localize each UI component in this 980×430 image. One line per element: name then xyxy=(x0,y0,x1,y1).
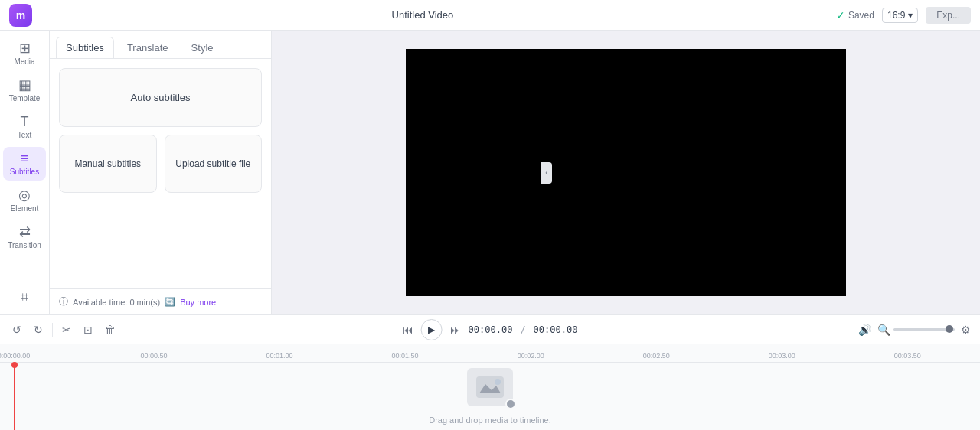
auto-subtitles-card[interactable]: Auto subtitles xyxy=(59,68,262,127)
split-button[interactable]: ⊡ xyxy=(80,322,96,337)
undo-button[interactable]: ↺ xyxy=(9,322,24,337)
skip-back-button[interactable]: ⏮ xyxy=(403,324,413,336)
ratio-label: 16:9 xyxy=(887,10,905,21)
timeline-ruler: 0:00:00.00 00:00.50 00:01.00 00:01.50 00… xyxy=(0,344,980,363)
panel-tabs: Subtitles Translate Style xyxy=(50,31,271,59)
template-icon: ▦ xyxy=(18,78,31,92)
ratio-chevron-icon: ▾ xyxy=(908,10,913,21)
sidebar-label-template: Template xyxy=(9,94,41,103)
saved-label: Saved xyxy=(848,10,874,21)
sidebar-label-element: Element xyxy=(11,204,39,213)
extra-icon: ⌗ xyxy=(21,290,28,304)
video-title: Untitled Video xyxy=(9,9,836,21)
buy-more-link[interactable]: Buy more xyxy=(180,298,216,307)
media-icon: ⊞ xyxy=(19,41,31,55)
toolbar-left: ↺ ↻ ✂ ⊡ 🗑 xyxy=(9,322,119,337)
export-button[interactable]: Exp... xyxy=(926,7,971,24)
panel-content: Auto subtitles Manual subtitles Upload s… xyxy=(50,59,271,288)
collapse-panel-button[interactable]: ‹ xyxy=(541,162,552,184)
sidebar-item-element[interactable]: ◎ Element xyxy=(3,184,46,217)
info-icon: ⓘ xyxy=(59,295,68,308)
tab-style[interactable]: Style xyxy=(181,37,224,58)
refresh-icon: 🔄 xyxy=(165,297,175,307)
skip-forward-button[interactable]: ⏭ xyxy=(450,324,461,336)
sidebar-item-template[interactable]: ▦ Template xyxy=(3,73,46,107)
sidebar-item-text[interactable]: T Text xyxy=(3,110,46,144)
sidebar-item-extra[interactable]: ⌗ xyxy=(3,285,46,308)
tab-subtitles[interactable]: Subtitles xyxy=(56,37,114,58)
subtitle-cards-row: Manual subtitles Upload subtitle file xyxy=(59,135,262,193)
ruler-mark-6: 00:03.00 xyxy=(769,352,795,360)
zoom-out-button[interactable]: 🔍 xyxy=(877,324,890,336)
ruler-mark-1: 00:00.50 xyxy=(140,352,167,360)
sidebar-item-subtitles[interactable]: ≡ Subtitles xyxy=(3,147,46,181)
sidebar-label-transition: Transition xyxy=(8,241,41,249)
play-button[interactable]: ▶ xyxy=(421,319,443,340)
upload-subtitle-card[interactable]: Upload subtitle file xyxy=(165,135,263,193)
saved-badge: ✓ Saved xyxy=(836,9,874,21)
zoom-slider-thumb xyxy=(946,325,953,333)
subtitle-panel: Subtitles Translate Style Auto subtitles… xyxy=(50,31,272,314)
toolbar-center: ⏮ ▶ ⏭ 00:00.00 / 00:00.00 xyxy=(403,319,578,340)
current-time: 00:00.00 xyxy=(469,324,513,335)
placeholder-circle xyxy=(505,399,516,409)
transition-icon: ⇄ xyxy=(19,225,31,239)
sidebar-item-transition[interactable]: ⇄ Transition xyxy=(3,220,46,254)
sidebar-label-subtitles: Subtitles xyxy=(10,168,39,176)
timeline-tracks[interactable]: Drag and drop media to timeline. xyxy=(0,363,980,430)
svg-point-2 xyxy=(495,379,501,385)
bottom-section: ↺ ↻ ✂ ⊡ 🗑 ⏮ ▶ ⏭ 00:00.00 / 00:00.00 🔊 🔍 … xyxy=(0,314,980,430)
available-time-text: Available time: 0 min(s) xyxy=(73,298,160,307)
sidebar-item-media[interactable]: ⊞ Media xyxy=(3,37,46,70)
ruler-mark-3: 00:01.50 xyxy=(392,352,419,360)
placeholder-image-icon xyxy=(476,376,504,398)
video-preview xyxy=(406,49,846,296)
sidebar-label-media: Media xyxy=(14,57,34,66)
playhead xyxy=(14,363,15,430)
ruler-mark-2: 00:01.00 xyxy=(266,352,293,360)
delete-button[interactable]: 🗑 xyxy=(102,322,119,337)
main-area: ⊞ Media ▦ Template T Text ≡ Subtitles ◎ … xyxy=(0,31,980,314)
total-time: 00:00.00 xyxy=(534,324,578,335)
cut-button[interactable]: ✂ xyxy=(59,322,74,337)
toolbar-right: 🔊 🔍 ⚙ xyxy=(858,324,971,336)
manual-subtitles-card[interactable]: Manual subtitles xyxy=(59,135,157,193)
tab-translate[interactable]: Translate xyxy=(117,37,178,58)
ruler-mark-5: 00:02.50 xyxy=(643,352,670,360)
timeline-settings-button[interactable]: ⚙ xyxy=(961,324,971,336)
preview-area xyxy=(272,31,980,314)
time-separator: / xyxy=(520,324,525,335)
panel-footer: ⓘ Available time: 0 min(s) 🔄 Buy more xyxy=(50,288,271,314)
check-icon: ✓ xyxy=(836,9,845,21)
ratio-select[interactable]: 16:9 ▾ xyxy=(882,8,918,23)
top-bar: m Untitled Video ✓ Saved 16:9 ▾ Exp... xyxy=(0,0,980,31)
ruler-mark-4: 00:02.00 xyxy=(518,352,544,360)
ruler-mark-7: 00:03.50 xyxy=(894,352,921,360)
timeline-placeholder-icon xyxy=(467,368,513,406)
subtitles-icon: ≡ xyxy=(21,151,29,165)
playhead-dot xyxy=(11,362,18,368)
timeline-drop-text: Drag and drop media to timeline. xyxy=(429,415,551,425)
timeline-toolbar: ↺ ↻ ✂ ⊡ 🗑 ⏮ ▶ ⏭ 00:00.00 / 00:00.00 🔊 🔍 … xyxy=(0,315,980,344)
top-bar-right: ✓ Saved 16:9 ▾ Exp... xyxy=(836,7,971,24)
zoom-control: 🔍 xyxy=(877,324,955,336)
element-icon: ◎ xyxy=(18,188,31,202)
ruler-mark-0: 0:00:00.00 xyxy=(0,352,30,360)
sidebar: ⊞ Media ▦ Template T Text ≡ Subtitles ◎ … xyxy=(0,31,50,314)
sidebar-label-text: Text xyxy=(18,131,31,139)
redo-button[interactable]: ↻ xyxy=(31,322,46,337)
timeline: 0:00:00.00 00:00.50 00:01.00 00:01.50 00… xyxy=(0,344,980,430)
volume-button[interactable]: 🔊 xyxy=(858,324,871,336)
toolbar-divider-1 xyxy=(52,323,53,337)
text-icon: T xyxy=(21,115,29,129)
zoom-slider[interactable] xyxy=(893,328,955,331)
